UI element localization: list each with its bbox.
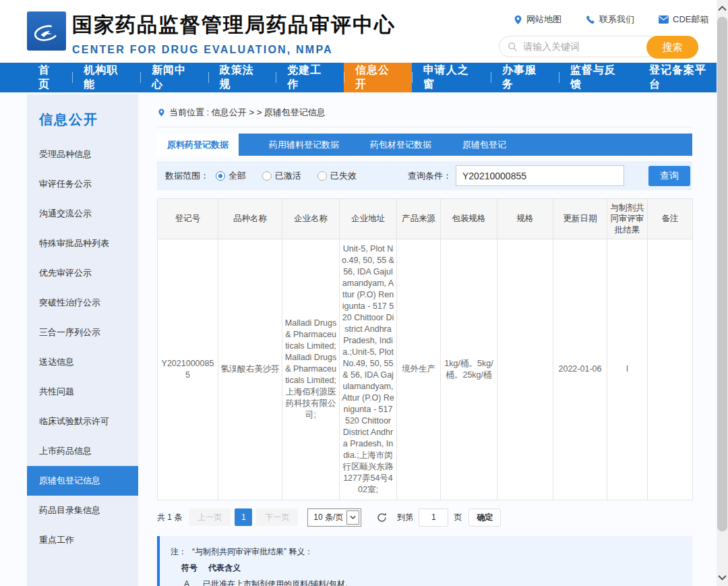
note-prefix: 注： [171,544,187,560]
nav-item[interactable]: 首页 [27,63,72,92]
nav-item[interactable]: 党建工作 [276,63,344,92]
contact-link[interactable]: 联系我们 [586,13,634,26]
tab[interactable]: 药用辅料登记数据 [259,134,349,156]
site-title: 国家药品监督管理局药品审评中心 [72,11,396,39]
phone-icon [586,15,595,24]
sidebar-item[interactable]: 上市药品信息 [27,436,138,466]
sidebar-item[interactable]: 送达信息 [27,347,138,377]
goto-page-input[interactable] [419,508,448,527]
next-page-button[interactable]: 下一页 [256,508,298,526]
scope-label: 数据范围： [165,170,209,182]
prev-page-button[interactable]: 上一页 [189,508,231,526]
sidebar-item[interactable]: 临床试验默示许可 [27,407,138,436]
main-content: 当前位置 : 信息公开 > > 原辅包登记信息 原料药登记数据药用辅料登记数据药… [157,94,692,586]
nav-item[interactable]: 信息公开 [344,63,412,92]
radio-icon [317,171,327,181]
nav-item[interactable]: 登记备案平台 [638,63,728,92]
sidebar-item[interactable]: 原辅包登记信息 [27,466,138,496]
table-row: Y20210000855氢溴酸右美沙芬Malladi Drugs & Pharm… [158,239,693,500]
table-cell: Malladi Drugs & Pharmaceuticals Limited;… [282,239,340,500]
column-header: 品种名称 [218,199,282,239]
radio-label: 全部 [229,170,246,182]
chevron-up-icon[interactable] [718,4,727,13]
nav-item[interactable]: 监督与反馈 [559,63,638,92]
radio-option[interactable]: 已失效 [317,170,357,182]
location-pin-icon [514,15,522,25]
vertical-scrollbar[interactable] [717,0,728,586]
sidebar-item[interactable]: 重点工作 [27,525,138,555]
column-header: 企业名称 [282,199,340,239]
nav-item[interactable]: 政策法规 [208,63,276,92]
tab[interactable]: 原辅包登记 [452,134,516,156]
note-meaning-header: 代表含义 [208,560,241,576]
note-symbol-header: 符号 [181,560,198,576]
location-pin-icon [158,108,165,117]
nav-item[interactable]: 办事服务 [491,63,559,92]
scope-radio-group: 全部已激活已失效 [216,170,373,182]
column-header: 包装规格 [441,199,497,239]
chevron-down-icon [346,510,359,525]
query-label: 查询条件： [408,170,452,182]
query-input[interactable] [456,165,624,186]
sidebar-menu: 受理品种信息审评任务公示沟通交流公示特殊审批品种列表优先审评公示突破性治疗公示三… [27,140,138,555]
total-count: 共 1 条 [157,512,182,523]
sitemap-link[interactable]: 网站地图 [514,13,562,26]
radio-option[interactable]: 全部 [216,170,246,182]
sidebar-item[interactable]: 优先审评公示 [27,258,138,288]
page-number-button[interactable]: 1 [235,508,252,526]
breadcrumb: 当前位置 : 信息公开 > > 原辅包登记信息 [157,102,692,127]
column-header: 规格 [497,199,553,239]
quick-link-label: 网站地图 [526,13,562,26]
column-header: 与制剂共同审评审批结果 [607,199,648,239]
column-header: 产品来源 [397,199,441,239]
site-header: 国家药品监督管理局药品审评中心 CENTER FOR DRUG EVALUATI… [0,0,728,63]
nav-item[interactable]: 申请人之窗 [412,63,491,92]
note-meaning: 已批准在上市制剂使用的原料/辅料/包材。 [203,576,353,586]
content-wrap: 信息公开 受理品种信息审评任务公示沟通交流公示特殊审批品种列表优先审评公示突破性… [0,92,728,586]
radio-label: 已失效 [330,170,357,182]
column-header: 备注 [648,199,693,239]
sidebar-item[interactable]: 三合一序列公示 [27,318,138,347]
cde-mail-link[interactable]: CDE邮箱 [659,13,708,26]
nav-item[interactable]: 机构职能 [72,63,140,92]
radio-option[interactable]: 已激活 [262,170,301,182]
sidebar-item[interactable]: 受理品种信息 [27,140,138,169]
tab[interactable]: 原料药登记数据 [157,134,239,156]
table-cell: Y20210000855 [158,239,218,500]
table-cell: 1kg/桶。5kg/桶。25kg/桶 [441,239,497,500]
sidebar-item[interactable]: 特殊审批品种列表 [27,229,138,258]
tab[interactable]: 药包材登记数据 [360,134,442,156]
confirm-button[interactable]: 确定 [468,508,501,527]
site-title-block: 国家药品监督管理局药品审评中心 CENTER FOR DRUG EVALUATI… [72,11,396,56]
page-size-value: 10 条/页 [308,512,346,523]
goto-suffix: 页 [454,512,462,523]
nav-item[interactable]: 新闻中心 [140,63,208,92]
table-cell: I [607,239,648,500]
sidebar-item[interactable]: 审评任务公示 [27,169,138,199]
page-size-select[interactable]: 10 条/页 [307,508,361,527]
sidebar-item[interactable]: 突破性治疗公示 [27,288,138,318]
quick-link-label: 联系我们 [599,13,634,26]
table-cell: Unit-5, Plot No.49, 50, 55 & 56, IDA Gaj… [340,239,397,500]
sidebar-title: 信息公开 [27,107,138,140]
mail-icon [659,16,669,24]
table-cell: 境外生产 [397,239,441,500]
table-cell [497,239,553,500]
tab-bar: 原料药登记数据药用辅料登记数据药包材登记数据原辅包登记 [157,134,692,156]
radio-icon [262,171,272,181]
note-row: A已批准在上市制剂使用的原料/辅料/包材。 [171,576,681,586]
quick-links: 网站地图 联系我们 CDE邮箱 [514,13,708,26]
note-title: “与制剂共同审评审批结果” 释义： [192,544,313,560]
sidebar-item[interactable]: 沟通交流公示 [27,199,138,229]
chevron-down-icon[interactable] [718,573,727,582]
radio-label: 已激活 [275,170,301,182]
site-subtitle: CENTER FOR DRUG EVALUATION, NMPA [72,44,396,56]
search-button[interactable]: 搜索 [646,36,698,59]
refresh-icon[interactable] [376,512,388,523]
query-button[interactable]: 查询 [648,166,690,186]
note-symbol: A [181,576,192,586]
column-header: 更新日期 [553,199,607,239]
sidebar-item[interactable]: 共性问题 [27,377,138,407]
sidebar-item[interactable]: 药品目录集信息 [27,496,138,525]
scrollbar-thumb[interactable] [717,17,727,531]
